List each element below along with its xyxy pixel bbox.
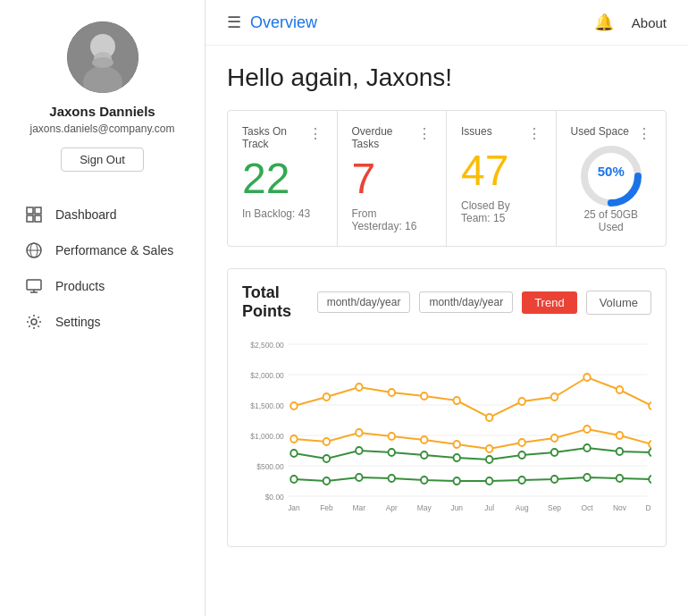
sidebar-item-settings[interactable]: Settings <box>0 304 205 340</box>
stat-value-issues: 47 <box>461 149 541 192</box>
chart-section: Total Points month/day/year month/day/ye… <box>227 268 667 547</box>
stat-card-overdue: Overdue Tasks ⋮ 7 From Yesterday: 16 <box>338 111 448 246</box>
svg-text:Feb: Feb <box>320 503 333 512</box>
globe-icon <box>25 241 43 259</box>
trend-button[interactable]: Trend <box>522 291 576 314</box>
stat-label-issues: Issues <box>461 125 492 138</box>
svg-point-45 <box>389 389 395 396</box>
svg-point-76 <box>617 448 623 455</box>
svg-point-69 <box>389 449 395 456</box>
stat-value-tasks: 22 <box>242 157 323 200</box>
svg-point-89 <box>649 476 651 483</box>
sidebar-item-products-label: Products <box>55 279 105 293</box>
avatar <box>67 21 138 93</box>
svg-point-47 <box>453 397 459 404</box>
chart-svg: $2,500.00 $2,000.00 $1,500.00 $1,000.00 … <box>242 335 651 514</box>
svg-text:Nov: Nov <box>613 503 627 512</box>
stat-card-space: Used Space ⋮ 50% 25 of 50GB Used <box>557 111 667 246</box>
svg-point-50 <box>551 393 558 401</box>
svg-text:Sep: Sep <box>548 503 561 512</box>
svg-point-86 <box>551 476 558 483</box>
grid-icon <box>25 206 43 224</box>
stat-label-space: Used Space <box>571 125 629 138</box>
svg-point-70 <box>421 451 427 459</box>
svg-point-15 <box>31 319 37 325</box>
volume-button[interactable]: Volume <box>586 291 651 315</box>
svg-text:May: May <box>417 503 432 512</box>
svg-rect-8 <box>35 215 41 222</box>
svg-point-84 <box>486 477 492 485</box>
date-btn-2[interactable]: month/day/year <box>419 291 513 313</box>
svg-text:Apr: Apr <box>386 503 398 512</box>
series-orange-high <box>294 377 651 418</box>
svg-point-4 <box>92 57 113 68</box>
svg-point-81 <box>389 475 395 482</box>
user-email: jaxons.daniels@company.com <box>29 122 174 135</box>
svg-point-61 <box>518 439 524 446</box>
svg-point-48 <box>486 414 492 421</box>
stat-card-tasks: Tasks On Track ⋮ 22 In Backlog: 43 <box>228 111 338 246</box>
svg-point-64 <box>617 432 623 439</box>
svg-point-49 <box>518 398 524 405</box>
sidebar-item-products[interactable]: Products <box>0 268 205 304</box>
series-green-high <box>294 448 651 460</box>
gear-icon <box>25 313 43 331</box>
svg-text:Oct: Oct <box>581 503 593 512</box>
series-orange-low <box>294 429 651 449</box>
svg-point-42 <box>290 402 297 409</box>
svg-point-80 <box>356 474 362 481</box>
stats-row: Tasks On Track ⋮ 22 In Backlog: 43 Overd… <box>227 110 667 247</box>
bell-icon[interactable]: 🔔 <box>594 13 614 32</box>
svg-point-66 <box>290 450 297 457</box>
page-content: Hello again, Jaxons! Tasks On Track ⋮ 22… <box>206 46 688 565</box>
svg-point-68 <box>356 447 362 454</box>
stat-menu-tasks[interactable]: ⋮ <box>308 125 323 142</box>
svg-text:Jul: Jul <box>484 503 494 512</box>
sign-out-button[interactable]: Sign Out <box>61 148 144 172</box>
chart-title: Total Points <box>242 283 301 321</box>
sidebar-item-settings-label: Settings <box>55 315 101 329</box>
about-link[interactable]: About <box>632 15 667 30</box>
svg-point-79 <box>323 477 330 485</box>
svg-point-88 <box>617 475 623 482</box>
chart-header: Total Points month/day/year month/day/ye… <box>242 283 651 321</box>
menu-icon[interactable]: ☰ <box>227 13 241 32</box>
svg-text:Mar: Mar <box>353 503 366 512</box>
svg-point-57 <box>389 433 395 440</box>
svg-point-44 <box>356 384 362 391</box>
date-btn-1[interactable]: month/day/year <box>317 291 411 313</box>
svg-point-43 <box>323 393 330 401</box>
svg-text:Dec: Dec <box>645 503 651 512</box>
svg-point-46 <box>421 392 427 400</box>
sidebar-item-performance[interactable]: Performance & Sales <box>0 232 205 268</box>
svg-point-71 <box>453 454 459 461</box>
svg-point-74 <box>551 449 558 456</box>
svg-text:$1,500.00: $1,500.00 <box>250 401 284 410</box>
svg-point-51 <box>583 374 590 381</box>
svg-text:Jan: Jan <box>288 503 300 512</box>
svg-point-73 <box>518 451 524 459</box>
sidebar-item-dashboard[interactable]: Dashboard <box>0 197 205 232</box>
stat-menu-issues[interactable]: ⋮ <box>527 125 541 142</box>
svg-point-56 <box>356 429 362 436</box>
stat-card-issues: Issues ⋮ 47 Closed By Team: 15 <box>447 111 557 246</box>
svg-text:$500.00: $500.00 <box>256 462 284 471</box>
page-title: Overview <box>250 13 594 32</box>
sidebar-nav: Dashboard Performance & Sales Products S… <box>0 197 205 340</box>
svg-point-55 <box>323 438 330 445</box>
svg-point-54 <box>290 435 297 443</box>
svg-text:$1,000.00: $1,000.00 <box>250 432 284 441</box>
topbar: ☰ Overview 🔔 About <box>206 0 688 46</box>
stat-label-overdue: Overdue Tasks <box>352 125 418 150</box>
svg-point-83 <box>453 477 459 485</box>
svg-point-78 <box>290 476 297 483</box>
svg-text:$0.00: $0.00 <box>265 493 284 502</box>
stat-menu-overdue[interactable]: ⋮ <box>417 125 432 142</box>
main-content: ☰ Overview 🔔 About Hello again, Jaxons! … <box>206 0 688 616</box>
svg-point-58 <box>421 436 427 443</box>
user-name: Jaxons Danniels <box>49 104 155 119</box>
chart-area: $2,500.00 $2,000.00 $1,500.00 $1,000.00 … <box>242 335 651 532</box>
svg-point-59 <box>453 441 459 448</box>
sidebar-item-performance-label: Performance & Sales <box>55 243 173 257</box>
svg-rect-12 <box>27 280 41 290</box>
